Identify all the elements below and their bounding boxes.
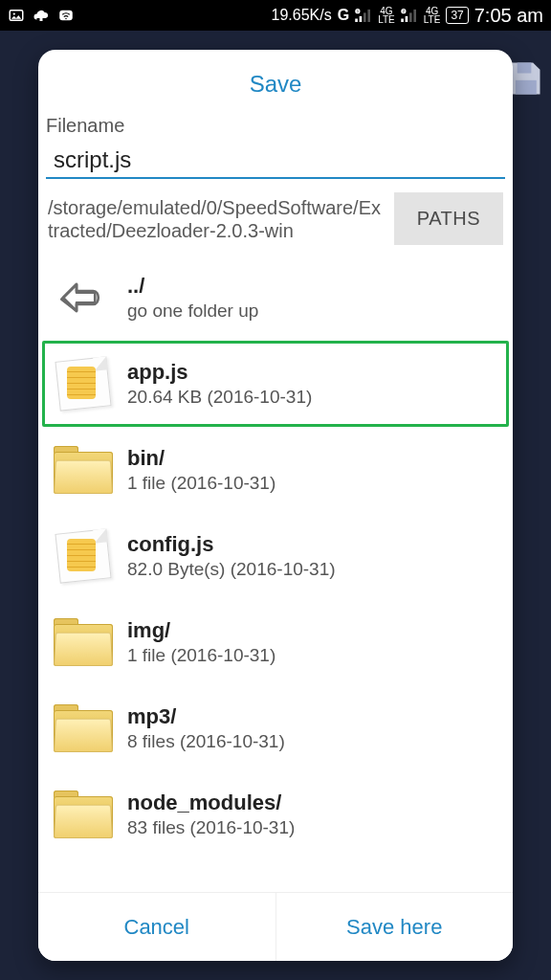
image-notification-icon	[8, 7, 25, 24]
item-name: node_modules/	[127, 791, 295, 815]
save-here-button[interactable]: Save here	[276, 893, 514, 961]
svg-rect-11	[401, 19, 404, 23]
svg-point-4	[65, 18, 67, 20]
list-item[interactable]: img/ 1 file (2016-10-31)	[38, 599, 513, 685]
network-speed: 19.65K/s	[272, 7, 332, 24]
dialog-actions: Cancel Save here	[38, 892, 513, 961]
clock: 7:05 am	[474, 5, 543, 27]
battery-indicator: 37	[446, 7, 468, 24]
item-sub: 1 file (2016-10-31)	[127, 473, 276, 494]
save-dialog: Save Filename /storage/emulated/0/SpeedS…	[38, 50, 513, 961]
item-sub: 1 file (2016-10-31)	[127, 645, 276, 666]
folder-icon	[53, 612, 114, 673]
svg-rect-6	[360, 16, 363, 22]
item-name: img/	[127, 618, 276, 643]
item-sub: 8 files (2016-10-31)	[127, 731, 285, 752]
filename-input[interactable]	[46, 141, 505, 179]
item-name: config.js	[127, 532, 336, 557]
svg-rect-2	[40, 17, 43, 22]
go-up-sub: go one folder up	[127, 301, 258, 322]
go-up-row[interactable]: ../ go one folder up	[38, 255, 513, 341]
svg-rect-8	[368, 10, 371, 22]
list-item[interactable]: config.js 82.0 Byte(s) (2016-10-31)	[38, 513, 513, 599]
back-arrow-icon	[53, 267, 114, 328]
svg-rect-5	[355, 19, 358, 23]
folder-icon	[53, 784, 114, 845]
filename-label: Filename	[38, 115, 513, 141]
go-up-title: ../	[127, 274, 258, 299]
list-item[interactable]: app.js 20.64 KB (2016-10-31)	[42, 341, 509, 427]
svg-rect-17	[518, 63, 532, 74]
item-sub: 82.0 Byte(s) (2016-10-31)	[127, 559, 336, 580]
list-item[interactable]: node_modules/ 83 files (2016-10-31)	[38, 771, 513, 858]
current-path: /storage/emulated/0/SpeedSoftware/Extrac…	[48, 196, 385, 242]
signal-1-icon: 1	[355, 7, 372, 24]
signal-2-icon: 2	[401, 7, 418, 24]
wifi-icon	[57, 7, 75, 24]
folder-icon	[53, 439, 114, 501]
cloud-icon	[33, 7, 50, 24]
folder-icon	[53, 698, 114, 759]
list-item[interactable]: mp3/ 8 files (2016-10-31)	[38, 685, 513, 771]
svg-rect-13	[409, 12, 412, 22]
cancel-button[interactable]: Cancel	[38, 893, 276, 961]
svg-rect-18	[516, 80, 537, 95]
svg-rect-14	[413, 10, 416, 22]
carrier-label: G	[338, 7, 349, 24]
file-icon	[53, 525, 114, 587]
status-bar: 19.65K/s G 1 4GLTE 2 4GLTE 37 7:05 am	[0, 0, 551, 31]
file-list: ../ go one folder up app.js 20.64 KB (20…	[38, 255, 513, 892]
sim1-label: 4GLTE	[378, 7, 395, 24]
item-name: bin/	[127, 446, 276, 471]
dialog-title: Save	[38, 50, 513, 115]
svg-point-1	[13, 12, 15, 14]
paths-button[interactable]: PATHS	[394, 192, 503, 245]
svg-rect-7	[364, 12, 366, 22]
sim2-label: 4GLTE	[424, 7, 441, 24]
item-name: app.js	[127, 360, 312, 385]
item-name: mp3/	[127, 704, 285, 729]
item-sub: 83 files (2016-10-31)	[127, 817, 295, 838]
svg-rect-12	[405, 16, 408, 22]
file-icon	[53, 353, 114, 414]
item-sub: 20.64 KB (2016-10-31)	[127, 387, 312, 408]
list-item[interactable]: bin/ 1 file (2016-10-31)	[38, 427, 513, 513]
